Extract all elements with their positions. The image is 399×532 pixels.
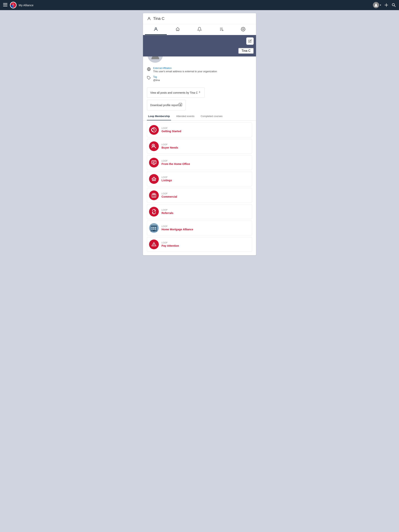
affiliation-value: This user's email address is external to… [153,70,217,73]
user-avatar-nav[interactable] [373,2,379,8]
main-content: Tina C [0,10,399,258]
view-posts-label: View all posts and comments by Tina C [150,91,198,94]
loop-item-home-office[interactable]: Loop From the Home Office [147,155,252,170]
membership-tabs: Loop Membership Attended events Complete… [143,112,256,120]
loop-text-buyer-needs: Loop Buyer Needs [161,143,178,149]
svg-point-13 [222,30,223,31]
avatar-dropdown[interactable]: ▾ [380,4,381,6]
svg-rect-32 [154,196,155,197]
tab-settings[interactable] [232,24,254,35]
loop-text-home-office: Loop From the Home Office [161,160,190,165]
top-navigation: RE /MAX My Alliance ▾ [0,0,399,10]
app-logo: RE /MAX [10,1,17,9]
loop-text-referrals: Loop Referrals [161,209,174,215]
svg-rect-39 [151,229,153,230]
profile-title-bar: Tina C [143,13,256,24]
loop-icon-listings [149,174,159,184]
add-button[interactable] [384,3,388,7]
svg-rect-41 [155,229,156,230]
svg-rect-36 [151,227,153,228]
loop-text-commercial: Loop Commercial [161,192,177,198]
svg-rect-29 [153,195,154,196]
svg-point-45 [154,245,154,246]
loop-icon-referrals [149,207,159,216]
profile-title-name: Tina C [153,16,164,21]
tab-home[interactable] [167,24,189,35]
loop-item-pay-attention[interactable]: Loop Pay Attention [147,237,252,252]
svg-point-14 [243,29,244,30]
svg-rect-37 [153,227,154,228]
loop-icon-getting-started [149,125,159,135]
svg-rect-40 [153,229,154,230]
loop-text-home-mortgage: Loop Home Mortgage Alliance [161,225,193,231]
chevron-right-icon [198,90,201,95]
menu-button[interactable] [3,3,7,8]
svg-point-6 [375,4,377,5]
search-button[interactable] [392,3,396,7]
tag-label: Tag [153,76,160,78]
svg-rect-42 [153,230,155,232]
svg-rect-43 [149,223,159,226]
loop-icon-buyer-needs [149,141,159,151]
loop-item-buyer-needs[interactable]: Loop Buyer Needs [147,139,252,154]
download-report-label: Download profile report [150,104,179,107]
svg-line-25 [154,146,156,148]
tag-row: Tag @tina [147,76,252,82]
loop-icon-home-office [149,158,159,167]
tab-notifications[interactable] [189,24,210,35]
svg-rect-35 [151,226,157,227]
view-posts-button[interactable]: View all posts and comments by Tina C [147,88,205,98]
tab-profile[interactable] [145,24,167,35]
profile-card: Tina C [143,13,256,255]
user-icon [147,17,151,21]
tab-attended-events[interactable]: Attended events [175,112,196,120]
profile-tab-bar [143,24,256,35]
edit-profile-button[interactable] [246,37,254,45]
loop-icon-pay-attention [149,240,159,249]
loop-icon-commercial [149,190,159,200]
affiliation-label: External Affiliation [153,67,217,70]
tab-loop-membership[interactable]: Loop Membership [147,112,171,120]
download-report-button[interactable]: Download profile report [147,100,186,110]
loop-item-home-mortgage[interactable]: Loop Home Mortgage Alliance [147,221,252,235]
svg-line-10 [394,6,396,7]
tag-content: Tag @tina [153,76,160,82]
nav-title: My Alliance [19,4,373,7]
loop-list: Loop Getting Started Loop Buyer Needs [143,120,256,255]
tag-value: @tina [153,79,160,82]
external-affiliation-row: External Affiliation This user's email a… [147,67,252,73]
svg-text:RE: RE [12,4,14,5]
svg-point-24 [153,145,154,146]
profile-info: External Affiliation This user's email a… [143,65,256,88]
loop-text-getting-started: Loop Getting Started [161,127,181,133]
svg-point-11 [148,17,150,19]
affiliation-content: External Affiliation This user's email a… [153,67,217,73]
svg-rect-26 [152,161,156,164]
svg-rect-0 [3,3,7,4]
loop-item-commercial[interactable]: Loop Commercial [147,188,252,203]
loop-icon-home-mortgage [149,223,159,233]
tag-icon [147,76,151,80]
svg-rect-31 [153,196,154,197]
svg-rect-30 [154,195,155,196]
svg-rect-38 [155,227,156,228]
svg-point-9 [392,4,394,6]
nav-actions: ▾ [373,2,396,8]
profile-banner: Tina C [143,35,256,57]
loop-item-getting-started[interactable]: Loop Getting Started [147,122,252,137]
svg-rect-8 [385,5,388,5]
profile-name-badge: Tina C [238,48,254,54]
svg-rect-2 [3,6,7,6]
affiliation-icon [147,67,151,71]
svg-text:/MAX: /MAX [12,5,15,6]
download-icon [179,103,182,108]
loop-item-referrals[interactable]: Loop Referrals [147,204,252,219]
loop-item-listings[interactable]: Loop Listings [147,171,252,186]
tab-completed-courses[interactable]: Completed courses [200,112,224,120]
tab-feed[interactable] [210,24,232,35]
svg-point-12 [155,28,157,29]
loop-text-listings: Loop Listings [161,176,172,182]
loop-text-pay-attention: Loop Pay Attention [161,241,179,247]
svg-rect-1 [3,5,7,5]
